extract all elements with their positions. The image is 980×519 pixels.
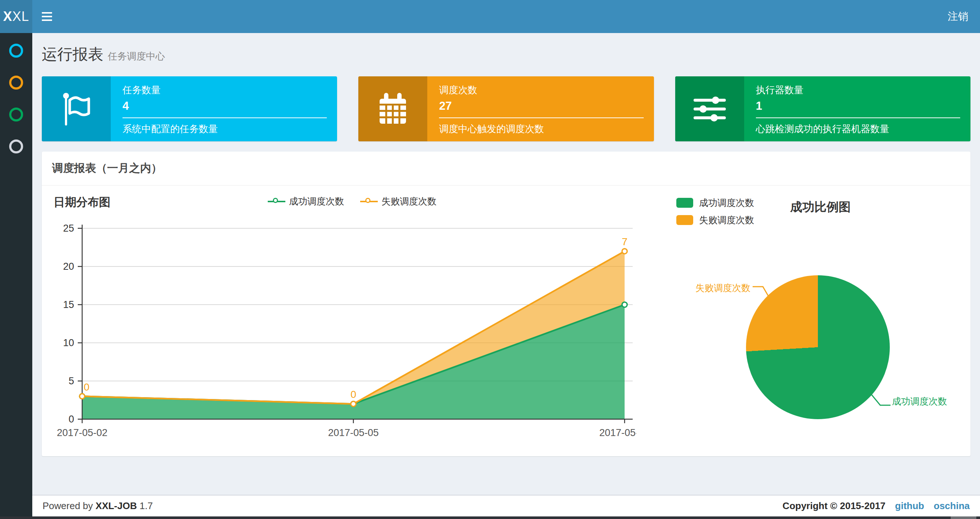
svg-text:25: 25	[63, 223, 74, 234]
svg-text:2017-05-05: 2017-05-05	[328, 427, 379, 438]
sidebar-item-menu-help-circle-icon[interactable]	[9, 139, 23, 153]
logout-button[interactable]: 注销	[936, 0, 980, 33]
product-version: 1.7	[139, 500, 153, 511]
top-navbar: XXL 注销	[0, 0, 980, 33]
info-box-value: 27	[439, 99, 643, 113]
sidebar-item-menu-report-circle-icon[interactable]	[9, 44, 23, 57]
svg-text:2017-05-08: 2017-05-08	[599, 427, 636, 438]
logo-bold: X	[3, 9, 12, 24]
svg-text:2017-05-02: 2017-05-02	[57, 427, 107, 438]
page-title: 运行报表	[42, 46, 103, 63]
svg-text:0: 0	[351, 389, 356, 400]
divider	[439, 117, 643, 118]
info-box-value: 4	[123, 99, 327, 113]
footer-right: Copyright © 2015-2017 github oschina	[783, 500, 970, 512]
info-box-label: 执行器数量	[756, 84, 960, 97]
info-box-content: 任务数量 4 系统中配置的任务数量	[111, 76, 337, 141]
page-footer: Powered by XXL-JOB 1.7 Copyright © 2015-…	[32, 495, 980, 516]
main-content: 运行报表任务调度中心 任务数量 4 系统中配置的任务数量	[32, 33, 980, 495]
pie-label-success: 成功调度次数	[892, 395, 947, 407]
github-link[interactable]: github	[895, 500, 924, 512]
info-box-row: 任务数量 4 系统中配置的任务数量	[42, 76, 970, 141]
svg-text:7: 7	[622, 236, 628, 248]
powered-by: Powered by XXL-JOB 1.7	[43, 500, 153, 512]
copyright-text: Copyright © 2015-2017	[783, 500, 886, 512]
info-box-executors: 执行器数量 1 心跳检测成功的执行器机器数量	[675, 76, 970, 141]
legend-item-失败调度次数[interactable]: 失败调度次数	[676, 214, 754, 226]
info-box-content: 调度次数 27 调度中心触发的调度次数	[427, 76, 654, 141]
success-ratio-chart: 成功调度次数失败调度次数 成功比例图 失败调度次数 成功调度次数	[653, 192, 961, 449]
flag-icon	[42, 76, 111, 141]
svg-text:0: 0	[84, 382, 89, 393]
info-box-label: 调度次数	[439, 84, 643, 97]
svg-text:15: 15	[63, 299, 74, 310]
line-chart-legend: 成功调度次数失败调度次数	[51, 195, 653, 208]
panel-title: 调度报表（一月之内）	[42, 152, 970, 186]
svg-text:20: 20	[63, 261, 74, 272]
pie-chart-title: 成功比例图	[765, 199, 875, 216]
schedule-report-panel: 调度报表（一月之内） 日期分布图 成功调度次数失败调度次数 0510152025…	[42, 152, 970, 456]
pie-label-failure: 失败调度次数	[675, 282, 750, 294]
legend-item-失败调度次数[interactable]: 失败调度次数	[360, 195, 436, 208]
info-box-value: 1	[756, 99, 960, 113]
info-box-content: 执行器数量 1 心跳检测成功的执行器机器数量	[744, 76, 970, 141]
info-box-description: 心跳检测成功的执行器机器数量	[756, 123, 960, 136]
navbar-spacer	[62, 0, 936, 33]
oschina-link[interactable]: oschina	[934, 500, 970, 512]
svg-text:10: 10	[63, 337, 74, 348]
info-box-description: 调度中心触发的调度次数	[439, 123, 643, 136]
page-subtitle: 任务调度中心	[108, 51, 165, 62]
info-box-jobs: 任务数量 4 系统中配置的任务数量	[42, 76, 337, 141]
sidebar-toggle-button[interactable]	[32, 0, 62, 33]
legend-item-成功调度次数[interactable]: 成功调度次数	[268, 195, 344, 208]
info-box-triggers: 调度次数 27 调度中心触发的调度次数	[358, 76, 654, 141]
sidebar-item-menu-log-circle-icon[interactable]	[9, 107, 23, 121]
divider	[123, 117, 327, 118]
svg-text:5: 5	[68, 375, 74, 386]
logo-light: XL	[12, 9, 29, 24]
info-box-description: 系统中配置的任务数量	[123, 123, 327, 136]
hamburger-icon	[42, 12, 52, 14]
divider	[756, 117, 960, 118]
date-distribution-chart: 日期分布图 成功调度次数失败调度次数 05101520252017-05-022…	[51, 192, 653, 449]
pie-graphic	[746, 275, 890, 419]
sliders-icon	[675, 76, 744, 141]
page-header: 运行报表任务调度中心	[42, 33, 970, 70]
calendar-icon	[358, 76, 427, 141]
svg-text:0: 0	[68, 414, 74, 425]
pie-chart-legend: 成功调度次数失败调度次数	[676, 197, 754, 226]
sidebar-nav	[0, 33, 32, 519]
panel-body: 日期分布图 成功调度次数失败调度次数 05101520252017-05-022…	[42, 186, 970, 449]
line-chart-plot: 05101520252017-05-022017-05-052017-05-08…	[51, 222, 636, 446]
info-box-label: 任务数量	[123, 84, 327, 97]
product-name: XXL-JOB	[96, 500, 137, 511]
scrollbar-corner[interactable]	[951, 516, 976, 519]
app-logo[interactable]: XXL	[0, 0, 32, 33]
bottom-strip	[0, 516, 980, 519]
sidebar-item-menu-jobs-circle-icon[interactable]	[9, 76, 23, 89]
legend-item-成功调度次数[interactable]: 成功调度次数	[676, 197, 754, 209]
